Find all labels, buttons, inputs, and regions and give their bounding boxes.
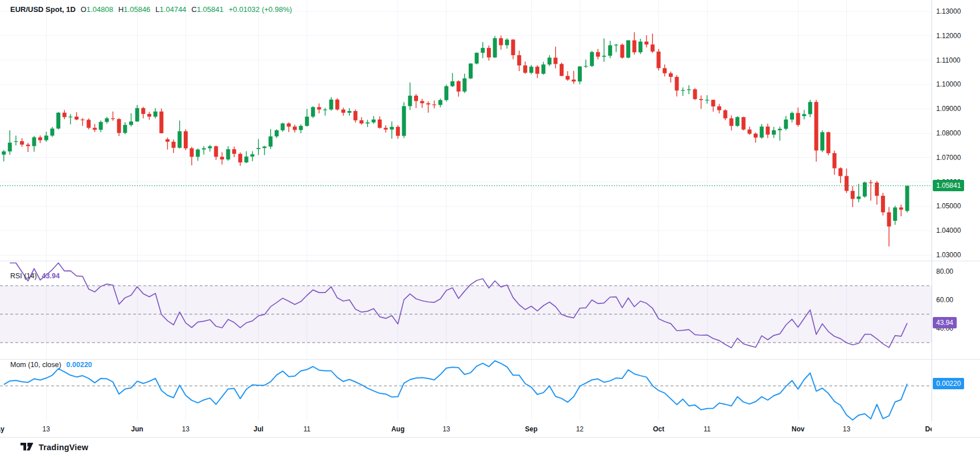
rsi-value: 43.94 xyxy=(42,272,60,280)
time-axis-label: Dec xyxy=(925,422,932,437)
time-axis-label: 13 xyxy=(843,422,850,437)
last-price-badge: 1.05841 xyxy=(933,180,964,191)
time-axis-label: Aug xyxy=(391,422,404,437)
time-axis-label: Oct xyxy=(653,422,664,437)
svg-text:1.03000: 1.03000 xyxy=(936,251,961,259)
svg-text:1.04000: 1.04000 xyxy=(936,227,961,234)
time-axis-label: 12 xyxy=(576,422,584,437)
rsi-band xyxy=(0,286,932,343)
ohlc-close: C1.05841 xyxy=(192,5,224,14)
time-axis[interactable]: May13Jun13Jul11Aug13Sep12Oct11Nov13Dec xyxy=(0,422,932,437)
candles-layer[interactable] xyxy=(0,32,909,246)
momentum-title: Mom (10, close) xyxy=(10,361,61,369)
tradingview-brand-link[interactable]: TradingView xyxy=(39,443,88,452)
ohlc-low: L1.04744 xyxy=(155,5,186,14)
time-axis-label: Nov xyxy=(792,422,805,437)
svg-text:1.10000: 1.10000 xyxy=(936,80,961,88)
footer-bar: TradingView xyxy=(0,437,980,457)
tradingview-logo-icon[interactable] xyxy=(20,443,34,452)
momentum-legend: Mom (10, close) 0.00220 xyxy=(10,361,92,369)
svg-text:1.12000: 1.12000 xyxy=(936,32,961,40)
svg-text:1.11000: 1.11000 xyxy=(936,56,961,64)
ohlc-open: O1.04808 xyxy=(81,5,113,14)
momentum-value: 0.00220 xyxy=(67,361,92,369)
time-axis-label: 13 xyxy=(182,422,189,437)
svg-text:60.00: 60.00 xyxy=(936,296,953,304)
time-axis-label: Jul xyxy=(254,422,263,437)
time-axis-label: Jun xyxy=(131,422,143,437)
momentum-line xyxy=(4,361,907,420)
time-axis-label: 13 xyxy=(43,422,50,437)
time-axis-label: 11 xyxy=(303,422,310,437)
price-axis[interactable]: 1.130001.120001.110001.100001.090001.080… xyxy=(936,7,961,332)
svg-text:1.07000: 1.07000 xyxy=(936,154,961,162)
svg-text:1.09000: 1.09000 xyxy=(936,105,961,113)
time-axis-label: May xyxy=(0,422,5,437)
pane-separators xyxy=(0,0,980,421)
rsi-legend: RSI (14) 43.94 xyxy=(10,272,60,280)
rsi-title: RSI (14) xyxy=(10,272,37,280)
time-axis-label: 11 xyxy=(704,422,710,437)
svg-text:80.00: 80.00 xyxy=(936,267,953,275)
candlestick-chart[interactable]: 1.130001.120001.110001.100001.090001.080… xyxy=(0,0,980,421)
svg-text:1.05000: 1.05000 xyxy=(936,202,961,210)
momentum-value-badge: 0.00220 xyxy=(933,378,964,389)
grid-layer xyxy=(0,0,932,421)
trading-chart-app: 1.130001.120001.110001.100001.090001.080… xyxy=(0,0,980,457)
symbol-legend: EUR/USD Spot, 1D O1.04808 H1.05846 L1.04… xyxy=(10,5,292,14)
ohlc-high: H1.05846 xyxy=(118,5,150,14)
rsi-value-badge: 43.94 xyxy=(933,317,957,328)
time-axis-label: 13 xyxy=(443,422,450,437)
svg-text:1.13000: 1.13000 xyxy=(936,7,961,15)
symbol-title: EUR/USD Spot, 1D xyxy=(10,5,76,14)
time-axis-label: Sep xyxy=(525,422,537,437)
svg-text:1.08000: 1.08000 xyxy=(936,129,961,137)
change-value: +0.01032 (+0.98%) xyxy=(229,5,292,14)
